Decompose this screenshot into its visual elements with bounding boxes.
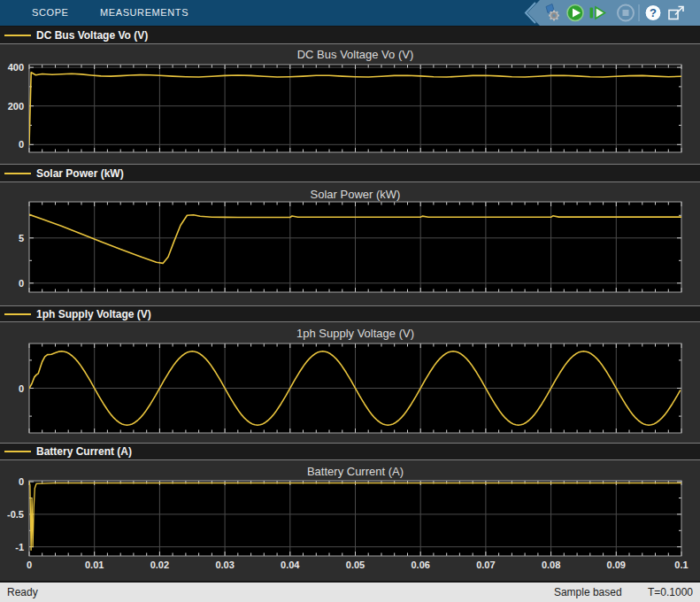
x-tick-label: 0.04 bbox=[281, 560, 300, 570]
y-tick-label: 0 bbox=[19, 476, 24, 487]
tab-measurements[interactable]: MEASUREMENTS bbox=[100, 0, 188, 26]
panel-solar: Solar Power (kW)05 bbox=[0, 182, 700, 305]
plot-title: 1ph Supply Voltage (V) bbox=[296, 327, 414, 340]
status-ready: Ready bbox=[7, 586, 38, 598]
x-tick-label: 0 bbox=[27, 560, 32, 570]
x-tick-label: 0.03 bbox=[215, 560, 234, 570]
status-bar: Ready Sample based T=0.1000 bbox=[0, 583, 700, 602]
x-tick-label: 0.01 bbox=[85, 560, 104, 570]
legend-line-sample bbox=[4, 173, 31, 174]
svg-text:?: ? bbox=[650, 6, 657, 19]
legend-label: Solar Power (kW) bbox=[36, 167, 124, 180]
y-tick-label: 0 bbox=[19, 278, 24, 289]
legend-solar: Solar Power (kW) bbox=[0, 164, 700, 182]
legend-line-sample bbox=[4, 35, 31, 36]
scope-window: SCOPE MEASUREMENTS bbox=[0, 0, 700, 602]
legend-line-sample bbox=[4, 313, 31, 315]
status-sim-time: T=0.1000 bbox=[648, 586, 693, 598]
plot-title: DC Bus Voltage Vo (V) bbox=[297, 48, 414, 61]
status-sample-mode: Sample based bbox=[554, 586, 622, 598]
panel-dc-bus: DC Bus Voltage Vo (V)0200400 bbox=[0, 44, 700, 164]
legend-dc-bus: DC Bus Voltage Vo (V) bbox=[0, 27, 700, 44]
y-tick-label: 0 bbox=[19, 383, 24, 394]
run-button[interactable] bbox=[567, 5, 583, 21]
y-tick-label: -1 bbox=[15, 542, 24, 552]
legend-line-sample bbox=[4, 451, 31, 452]
x-tick-label: 0.07 bbox=[476, 560, 495, 570]
y-tick-label: 200 bbox=[8, 101, 24, 112]
x-tick-label: 0.05 bbox=[346, 560, 365, 570]
legend-label: Battery Current (A) bbox=[36, 445, 132, 458]
panel-battery: Battery Current (A)0-0.5-100.010.020.030… bbox=[0, 460, 700, 581]
legend-battery: Battery Current (A) bbox=[0, 443, 700, 460]
tab-scope[interactable]: SCOPE bbox=[32, 0, 69, 26]
step-forward-icon bbox=[590, 8, 594, 19]
plot-title: Solar Power (kW) bbox=[311, 188, 401, 201]
y-tick-label: 0 bbox=[19, 139, 24, 150]
help-button[interactable]: ? bbox=[645, 5, 661, 21]
plot-title: Battery Current (A) bbox=[307, 465, 404, 478]
toolstrip: SCOPE MEASUREMENTS bbox=[0, 0, 700, 26]
x-tick-label: 0.06 bbox=[411, 560, 429, 570]
y-tick-label: 400 bbox=[8, 62, 24, 73]
x-tick-label: 0.02 bbox=[150, 560, 169, 570]
panel-supply: 1ph Supply Voltage (V)0 bbox=[0, 322, 700, 443]
plot-dc-bus[interactable]: DC Bus Voltage Vo (V)0200400 bbox=[0, 44, 700, 164]
legend-label: 1ph Supply Voltage (V) bbox=[36, 308, 151, 320]
toolbar-quick-access: ? bbox=[523, 0, 700, 26]
plot-solar[interactable]: Solar Power (kW)05 bbox=[0, 182, 700, 305]
x-tick-label: 0.09 bbox=[607, 560, 626, 570]
plot-battery[interactable]: Battery Current (A)0-0.5-100.010.020.030… bbox=[0, 460, 700, 581]
y-tick-label: 5 bbox=[19, 233, 24, 243]
y-tick-label: -0.5 bbox=[7, 509, 24, 520]
plot-supply[interactable]: 1ph Supply Voltage (V)0 bbox=[0, 322, 700, 443]
x-tick-label: 0.1 bbox=[674, 560, 688, 570]
x-tick-label: 0.08 bbox=[542, 560, 560, 570]
legend-supply: 1ph Supply Voltage (V) bbox=[0, 305, 700, 322]
legend-label: DC Bus Voltage Vo (V) bbox=[36, 29, 148, 42]
